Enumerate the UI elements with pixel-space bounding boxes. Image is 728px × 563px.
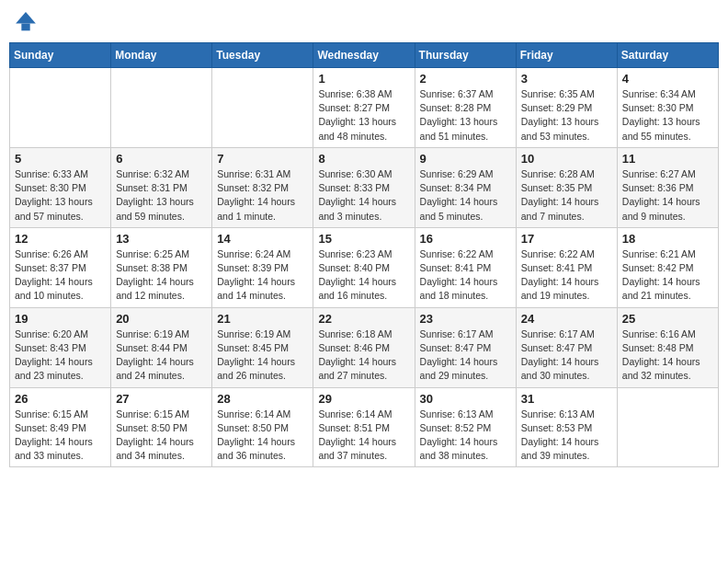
day-number: 3: [521, 72, 612, 86]
day-number: 12: [15, 232, 106, 246]
day-number: 13: [116, 232, 207, 246]
calendar-day-cell: 30Sunrise: 6:13 AMSunset: 8:52 PMDayligh…: [415, 387, 516, 467]
day-info: Sunrise: 6:15 AMSunset: 8:50 PMDaylight:…: [116, 408, 207, 464]
calendar-day-cell: 6Sunrise: 6:32 AMSunset: 8:31 PMDaylight…: [111, 147, 212, 227]
calendar-day-cell: 17Sunrise: 6:22 AMSunset: 8:41 PMDayligh…: [516, 227, 617, 307]
day-number: 14: [217, 232, 308, 246]
day-info: Sunrise: 6:26 AMSunset: 8:37 PMDaylight:…: [15, 247, 106, 304]
day-of-week-header: Friday: [516, 43, 617, 68]
day-info: Sunrise: 6:27 AMSunset: 8:36 PMDaylight:…: [622, 167, 713, 224]
calendar-day-cell: 19Sunrise: 6:20 AMSunset: 8:43 PMDayligh…: [10, 307, 111, 387]
calendar-day-cell: [212, 68, 313, 148]
day-number: 17: [521, 232, 612, 246]
day-number: 27: [116, 392, 207, 406]
day-info: Sunrise: 6:37 AMSunset: 8:28 PMDaylight:…: [420, 87, 511, 144]
calendar-day-cell: 21Sunrise: 6:19 AMSunset: 8:45 PMDayligh…: [212, 307, 313, 387]
day-number: 11: [622, 152, 713, 166]
calendar-day-cell: 5Sunrise: 6:33 AMSunset: 8:30 PMDaylight…: [10, 147, 111, 227]
day-number: 10: [521, 152, 612, 166]
day-number: 16: [420, 232, 511, 246]
day-number: 20: [116, 312, 207, 326]
calendar-day-cell: 13Sunrise: 6:25 AMSunset: 8:38 PMDayligh…: [111, 227, 212, 307]
calendar-day-cell: 22Sunrise: 6:18 AMSunset: 8:46 PMDayligh…: [313, 307, 415, 387]
day-of-week-header: Saturday: [617, 43, 718, 68]
calendar-day-cell: [10, 68, 111, 148]
calendar-week-row: 12Sunrise: 6:26 AMSunset: 8:37 PMDayligh…: [10, 227, 719, 307]
day-info: Sunrise: 6:13 AMSunset: 8:52 PMDaylight:…: [420, 408, 511, 464]
calendar-week-row: 19Sunrise: 6:20 AMSunset: 8:43 PMDayligh…: [10, 307, 719, 387]
day-info: Sunrise: 6:24 AMSunset: 8:39 PMDaylight:…: [217, 247, 308, 304]
svg-marker-0: [16, 12, 36, 23]
day-number: 22: [318, 312, 409, 326]
day-info: Sunrise: 6:22 AMSunset: 8:41 PMDaylight:…: [521, 247, 612, 304]
day-number: 1: [318, 72, 409, 86]
day-number: 19: [15, 312, 106, 326]
day-info: Sunrise: 6:34 AMSunset: 8:30 PMDaylight:…: [622, 87, 713, 144]
calendar-day-cell: 28Sunrise: 6:14 AMSunset: 8:50 PMDayligh…: [212, 387, 313, 467]
day-number: 5: [15, 152, 106, 166]
day-info: Sunrise: 6:21 AMSunset: 8:42 PMDaylight:…: [622, 247, 713, 304]
calendar-day-cell: 10Sunrise: 6:28 AMSunset: 8:35 PMDayligh…: [516, 147, 617, 227]
calendar-day-cell: 14Sunrise: 6:24 AMSunset: 8:39 PMDayligh…: [212, 227, 313, 307]
calendar-week-row: 5Sunrise: 6:33 AMSunset: 8:30 PMDaylight…: [10, 147, 719, 227]
calendar-day-cell: 15Sunrise: 6:23 AMSunset: 8:40 PMDayligh…: [313, 227, 415, 307]
day-of-week-header: Thursday: [415, 43, 516, 68]
day-of-week-header: Tuesday: [212, 43, 313, 68]
day-info: Sunrise: 6:20 AMSunset: 8:43 PMDaylight:…: [15, 327, 106, 384]
calendar-day-cell: 18Sunrise: 6:21 AMSunset: 8:42 PMDayligh…: [617, 227, 718, 307]
calendar-day-cell: [111, 68, 212, 148]
day-number: 24: [521, 312, 612, 326]
day-info: Sunrise: 6:15 AMSunset: 8:49 PMDaylight:…: [15, 408, 106, 464]
calendar-day-cell: 7Sunrise: 6:31 AMSunset: 8:32 PMDaylight…: [212, 147, 313, 227]
day-info: Sunrise: 6:28 AMSunset: 8:35 PMDaylight:…: [521, 167, 612, 224]
logo-icon: [13, 9, 39, 35]
day-info: Sunrise: 6:22 AMSunset: 8:41 PMDaylight:…: [420, 247, 511, 304]
day-of-week-header: Wednesday: [313, 43, 415, 68]
day-info: Sunrise: 6:18 AMSunset: 8:46 PMDaylight:…: [318, 327, 409, 384]
day-number: 28: [217, 392, 308, 406]
day-number: 30: [420, 392, 511, 406]
calendar-day-cell: 29Sunrise: 6:14 AMSunset: 8:51 PMDayligh…: [313, 387, 415, 467]
calendar-day-cell: 4Sunrise: 6:34 AMSunset: 8:30 PMDaylight…: [617, 68, 718, 148]
day-number: 9: [420, 152, 511, 166]
day-number: 31: [521, 392, 612, 406]
day-info: Sunrise: 6:17 AMSunset: 8:47 PMDaylight:…: [420, 327, 511, 384]
day-number: 4: [622, 72, 713, 86]
day-info: Sunrise: 6:14 AMSunset: 8:50 PMDaylight:…: [217, 408, 308, 464]
day-info: Sunrise: 6:17 AMSunset: 8:47 PMDaylight:…: [521, 327, 612, 384]
day-info: Sunrise: 6:13 AMSunset: 8:53 PMDaylight:…: [521, 408, 612, 464]
day-number: 23: [420, 312, 511, 326]
calendar-day-cell: 11Sunrise: 6:27 AMSunset: 8:36 PMDayligh…: [617, 147, 718, 227]
calendar-week-row: 26Sunrise: 6:15 AMSunset: 8:49 PMDayligh…: [10, 387, 719, 467]
svg-rect-1: [21, 24, 29, 31]
day-info: Sunrise: 6:29 AMSunset: 8:34 PMDaylight:…: [420, 167, 511, 224]
calendar-table: SundayMondayTuesdayWednesdayThursdayFrid…: [9, 42, 719, 467]
day-info: Sunrise: 6:16 AMSunset: 8:48 PMDaylight:…: [622, 327, 713, 384]
calendar-header-row: SundayMondayTuesdayWednesdayThursdayFrid…: [10, 43, 719, 68]
calendar-day-cell: 23Sunrise: 6:17 AMSunset: 8:47 PMDayligh…: [415, 307, 516, 387]
calendar-day-cell: 12Sunrise: 6:26 AMSunset: 8:37 PMDayligh…: [10, 227, 111, 307]
day-number: 8: [318, 152, 409, 166]
calendar-day-cell: 25Sunrise: 6:16 AMSunset: 8:48 PMDayligh…: [617, 307, 718, 387]
calendar-day-cell: 16Sunrise: 6:22 AMSunset: 8:41 PMDayligh…: [415, 227, 516, 307]
day-info: Sunrise: 6:19 AMSunset: 8:44 PMDaylight:…: [116, 327, 207, 384]
day-number: 29: [318, 392, 409, 406]
day-info: Sunrise: 6:31 AMSunset: 8:32 PMDaylight:…: [217, 167, 308, 224]
day-of-week-header: Monday: [111, 43, 212, 68]
day-number: 2: [420, 72, 511, 86]
calendar-day-cell: 20Sunrise: 6:19 AMSunset: 8:44 PMDayligh…: [111, 307, 212, 387]
day-info: Sunrise: 6:19 AMSunset: 8:45 PMDaylight:…: [217, 327, 308, 384]
day-number: 6: [116, 152, 207, 166]
day-number: 26: [15, 392, 106, 406]
day-info: Sunrise: 6:38 AMSunset: 8:27 PMDaylight:…: [318, 87, 409, 144]
calendar-day-cell: 31Sunrise: 6:13 AMSunset: 8:53 PMDayligh…: [516, 387, 617, 467]
day-info: Sunrise: 6:35 AMSunset: 8:29 PMDaylight:…: [521, 87, 612, 144]
page-header: [9, 9, 719, 35]
day-number: 18: [622, 232, 713, 246]
day-number: 15: [318, 232, 409, 246]
calendar-day-cell: 26Sunrise: 6:15 AMSunset: 8:49 PMDayligh…: [10, 387, 111, 467]
day-info: Sunrise: 6:25 AMSunset: 8:38 PMDaylight:…: [116, 247, 207, 304]
calendar-day-cell: 3Sunrise: 6:35 AMSunset: 8:29 PMDaylight…: [516, 68, 617, 148]
calendar-day-cell: 24Sunrise: 6:17 AMSunset: 8:47 PMDayligh…: [516, 307, 617, 387]
day-number: 21: [217, 312, 308, 326]
